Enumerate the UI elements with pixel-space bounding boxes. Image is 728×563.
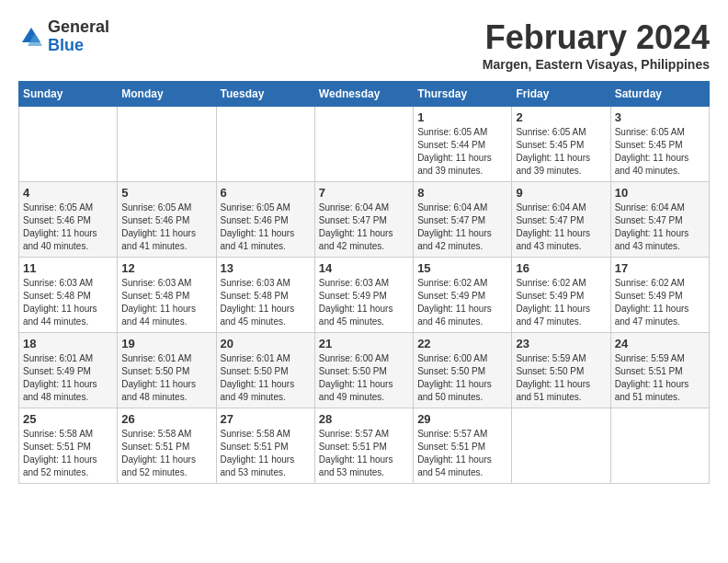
day-info: Sunrise: 5:57 AM Sunset: 5:51 PM Dayligh…	[417, 428, 507, 479]
day-number: 24	[615, 337, 705, 350]
calendar-body: 1Sunrise: 6:05 AM Sunset: 5:44 PM Daylig…	[19, 107, 710, 484]
calendar-cell: 26Sunrise: 5:58 AM Sunset: 5:51 PM Dayli…	[118, 408, 216, 484]
calendar-cell: 3Sunrise: 6:05 AM Sunset: 5:45 PM Daylig…	[610, 107, 709, 182]
week-row-4: 18Sunrise: 6:01 AM Sunset: 5:49 PM Dayli…	[19, 333, 710, 408]
header-day-friday: Friday	[512, 82, 610, 107]
calendar-table: SundayMondayTuesdayWednesdayThursdayFrid…	[18, 81, 710, 484]
calendar-cell: 23Sunrise: 5:59 AM Sunset: 5:50 PM Dayli…	[512, 333, 610, 408]
day-info: Sunrise: 6:04 AM Sunset: 5:47 PM Dayligh…	[319, 201, 409, 253]
calendar-cell	[118, 107, 216, 182]
day-info: Sunrise: 6:02 AM Sunset: 5:49 PM Dayligh…	[516, 277, 606, 328]
day-info: Sunrise: 5:57 AM Sunset: 5:51 PM Dayligh…	[319, 428, 409, 479]
day-info: Sunrise: 6:05 AM Sunset: 5:44 PM Dayligh…	[417, 126, 507, 178]
day-number: 4	[23, 186, 113, 200]
day-number: 14	[319, 261, 409, 275]
calendar-cell: 10Sunrise: 6:04 AM Sunset: 5:47 PM Dayli…	[610, 182, 709, 258]
calendar-cell: 28Sunrise: 5:57 AM Sunset: 5:51 PM Dayli…	[314, 408, 413, 484]
header-day-saturday: Saturday	[610, 82, 709, 107]
day-info: Sunrise: 5:58 AM Sunset: 5:51 PM Dayligh…	[23, 428, 113, 479]
calendar-cell: 2Sunrise: 6:05 AM Sunset: 5:45 PM Daylig…	[512, 107, 610, 182]
calendar-cell: 15Sunrise: 6:02 AM Sunset: 5:49 PM Dayli…	[414, 258, 512, 333]
calendar-cell: 17Sunrise: 6:02 AM Sunset: 5:49 PM Dayli…	[610, 258, 709, 333]
day-info: Sunrise: 5:59 AM Sunset: 5:51 PM Dayligh…	[615, 352, 705, 404]
day-info: Sunrise: 6:04 AM Sunset: 5:47 PM Dayligh…	[516, 201, 606, 253]
calendar-cell: 7Sunrise: 6:04 AM Sunset: 5:47 PM Daylig…	[314, 182, 413, 258]
calendar-cell: 19Sunrise: 6:01 AM Sunset: 5:50 PM Dayli…	[118, 333, 216, 408]
day-number: 28	[319, 412, 409, 426]
day-number: 6	[221, 186, 311, 200]
day-number: 25	[23, 412, 113, 426]
day-info: Sunrise: 6:05 AM Sunset: 5:46 PM Dayligh…	[23, 201, 113, 253]
page-header: General Blue February 2024 Margen, Easte…	[18, 18, 710, 72]
day-info: Sunrise: 6:01 AM Sunset: 5:50 PM Dayligh…	[121, 352, 211, 404]
day-number: 19	[121, 337, 211, 350]
day-info: Sunrise: 6:00 AM Sunset: 5:50 PM Dayligh…	[417, 352, 507, 404]
calendar-cell: 9Sunrise: 6:04 AM Sunset: 5:47 PM Daylig…	[512, 182, 610, 258]
title-block: February 2024 Margen, Eastern Visayas, P…	[483, 18, 710, 72]
logo: General Blue	[18, 18, 109, 55]
calendar-title: February 2024	[483, 18, 710, 57]
calendar-cell: 8Sunrise: 6:04 AM Sunset: 5:47 PM Daylig…	[414, 182, 512, 258]
header-day-wednesday: Wednesday	[314, 82, 413, 107]
day-info: Sunrise: 5:59 AM Sunset: 5:50 PM Dayligh…	[516, 352, 606, 404]
day-number: 18	[23, 337, 113, 350]
day-number: 13	[221, 261, 311, 275]
calendar-cell: 6Sunrise: 6:05 AM Sunset: 5:46 PM Daylig…	[216, 182, 314, 258]
day-number: 11	[23, 261, 113, 275]
calendar-cell: 21Sunrise: 6:00 AM Sunset: 5:50 PM Dayli…	[314, 333, 413, 408]
day-info: Sunrise: 6:03 AM Sunset: 5:49 PM Dayligh…	[319, 277, 409, 328]
calendar-cell: 14Sunrise: 6:03 AM Sunset: 5:49 PM Dayli…	[314, 258, 413, 333]
calendar-cell: 24Sunrise: 5:59 AM Sunset: 5:51 PM Dayli…	[610, 333, 709, 408]
calendar-cell: 20Sunrise: 6:01 AM Sunset: 5:50 PM Dayli…	[216, 333, 314, 408]
calendar-cell: 11Sunrise: 6:03 AM Sunset: 5:48 PM Dayli…	[19, 258, 118, 333]
day-info: Sunrise: 6:03 AM Sunset: 5:48 PM Dayligh…	[121, 277, 211, 328]
calendar-cell: 16Sunrise: 6:02 AM Sunset: 5:49 PM Dayli…	[512, 258, 610, 333]
day-number: 21	[319, 337, 409, 350]
day-number: 3	[615, 110, 705, 124]
week-row-1: 1Sunrise: 6:05 AM Sunset: 5:44 PM Daylig…	[19, 107, 710, 182]
calendar-header: SundayMondayTuesdayWednesdayThursdayFrid…	[19, 82, 710, 107]
day-number: 22	[417, 337, 507, 350]
day-number: 29	[417, 412, 507, 426]
calendar-cell: 5Sunrise: 6:05 AM Sunset: 5:46 PM Daylig…	[118, 182, 216, 258]
calendar-cell: 29Sunrise: 5:57 AM Sunset: 5:51 PM Dayli…	[414, 408, 512, 484]
calendar-cell: 13Sunrise: 6:03 AM Sunset: 5:48 PM Dayli…	[216, 258, 314, 333]
header-day-sunday: Sunday	[19, 82, 118, 107]
day-info: Sunrise: 6:02 AM Sunset: 5:49 PM Dayligh…	[417, 277, 507, 328]
day-info: Sunrise: 6:03 AM Sunset: 5:48 PM Dayligh…	[23, 277, 113, 328]
day-number: 15	[417, 261, 507, 275]
day-info: Sunrise: 6:05 AM Sunset: 5:45 PM Dayligh…	[615, 126, 705, 178]
calendar-cell: 27Sunrise: 5:58 AM Sunset: 5:51 PM Dayli…	[216, 408, 314, 484]
calendar-cell	[314, 107, 413, 182]
calendar-cell	[512, 408, 610, 484]
day-number: 1	[417, 110, 507, 124]
day-number: 2	[516, 110, 606, 124]
day-number: 7	[319, 186, 409, 200]
day-info: Sunrise: 6:04 AM Sunset: 5:47 PM Dayligh…	[417, 201, 507, 253]
day-number: 9	[516, 186, 606, 200]
day-info: Sunrise: 6:02 AM Sunset: 5:49 PM Dayligh…	[615, 277, 705, 328]
calendar-location: Margen, Eastern Visayas, Philippines	[483, 57, 710, 72]
day-info: Sunrise: 6:05 AM Sunset: 5:46 PM Dayligh…	[221, 201, 311, 253]
calendar-cell: 1Sunrise: 6:05 AM Sunset: 5:44 PM Daylig…	[414, 107, 512, 182]
calendar-cell: 18Sunrise: 6:01 AM Sunset: 5:49 PM Dayli…	[19, 333, 118, 408]
header-day-tuesday: Tuesday	[216, 82, 314, 107]
calendar-cell: 4Sunrise: 6:05 AM Sunset: 5:46 PM Daylig…	[19, 182, 118, 258]
day-number: 23	[516, 337, 606, 350]
day-number: 26	[121, 412, 211, 426]
day-number: 5	[121, 186, 211, 200]
day-info: Sunrise: 6:04 AM Sunset: 5:47 PM Dayligh…	[615, 201, 705, 253]
day-info: Sunrise: 6:01 AM Sunset: 5:50 PM Dayligh…	[221, 352, 311, 404]
day-number: 17	[615, 261, 705, 275]
day-info: Sunrise: 5:58 AM Sunset: 5:51 PM Dayligh…	[221, 428, 311, 479]
calendar-cell	[19, 107, 118, 182]
day-info: Sunrise: 6:00 AM Sunset: 5:50 PM Dayligh…	[319, 352, 409, 404]
calendar-cell	[610, 408, 709, 484]
calendar-cell: 22Sunrise: 6:00 AM Sunset: 5:50 PM Dayli…	[414, 333, 512, 408]
day-info: Sunrise: 6:05 AM Sunset: 5:45 PM Dayligh…	[516, 126, 606, 178]
day-info: Sunrise: 6:05 AM Sunset: 5:46 PM Dayligh…	[121, 201, 211, 253]
day-number: 8	[417, 186, 507, 200]
logo-icon	[18, 24, 44, 50]
day-info: Sunrise: 5:58 AM Sunset: 5:51 PM Dayligh…	[121, 428, 211, 479]
day-info: Sunrise: 6:03 AM Sunset: 5:48 PM Dayligh…	[221, 277, 311, 328]
